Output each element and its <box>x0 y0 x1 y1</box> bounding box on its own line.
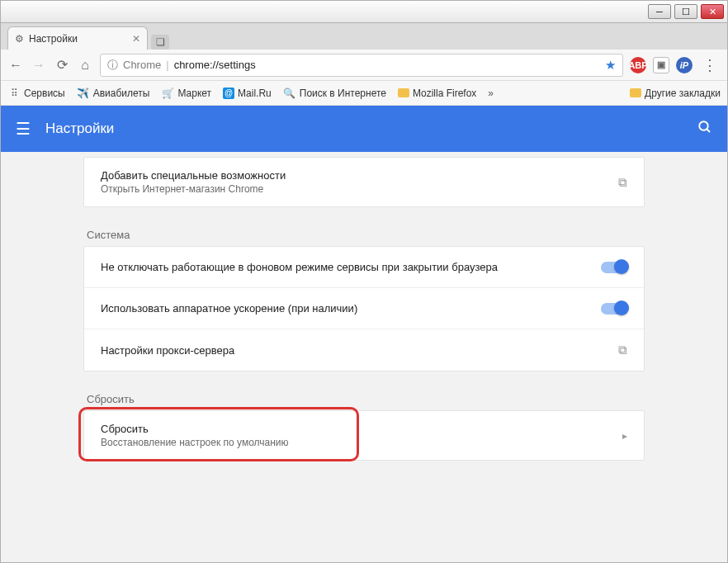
background-apps-row[interactable]: Не отключать работающие в фоновом режиме… <box>84 247 644 288</box>
bookmark-mailru[interactable]: @ Mail.Ru <box>223 88 272 99</box>
toolbar: ← → ⟳ ⌂ ⓘ Chrome | chrome://settings ★ A… <box>1 50 727 81</box>
system-heading: Система <box>87 229 645 241</box>
window-close-button[interactable]: ✕ <box>701 4 724 19</box>
bookmark-star-icon[interactable]: ★ <box>605 58 616 73</box>
svg-point-0 <box>699 121 708 130</box>
menu-icon[interactable]: ☰ <box>16 119 31 139</box>
bookmark-market[interactable]: 🛒 Маркет <box>161 87 211 100</box>
extension-ip-icon[interactable]: iP <box>676 57 693 73</box>
forward-button[interactable]: → <box>31 58 47 73</box>
bookmarks-bar: ⠿ Сервисы ✈️ Авиабилеты 🛒 Маркет @ Mail.… <box>1 81 727 106</box>
system-card: Не отключать работающие в фоновом режиме… <box>83 246 645 371</box>
accessibility-card: Добавить специальные возможности Открыть… <box>83 157 645 207</box>
plane-icon: ✈️ <box>77 87 90 100</box>
folder-icon <box>630 88 641 97</box>
bookmarks-overflow-button[interactable]: » <box>488 88 494 99</box>
apps-icon: ⠿ <box>7 87 21 100</box>
mailru-icon: @ <box>223 88 234 99</box>
hardware-accel-row[interactable]: Использовать аппаратное ускорение (при н… <box>84 288 644 329</box>
search-bookmark-icon: 🔍 <box>283 87 296 100</box>
bookmark-search[interactable]: 🔍 Поиск в Интернете <box>283 87 386 100</box>
new-tab-button[interactable]: ❏ <box>151 35 169 50</box>
tab-settings[interactable]: ⚙ Настройки ✕ <box>7 26 148 50</box>
url-text: chrome://settings <box>174 59 256 71</box>
search-icon[interactable] <box>697 120 712 139</box>
background-apps-toggle[interactable] <box>601 262 627 273</box>
extension-cast-icon[interactable]: ▣ <box>653 57 669 73</box>
accessibility-title: Добавить специальные возможности <box>101 169 618 182</box>
external-link-icon: ⧉ <box>618 175 627 190</box>
window-minimize-button[interactable]: ─ <box>648 4 671 19</box>
accessibility-subtitle: Открыть Интернет-магазин Chrome <box>101 183 618 195</box>
tab-close-icon[interactable]: ✕ <box>132 33 140 45</box>
tab-title: Настройки <box>29 33 78 45</box>
external-link-icon: ⧉ <box>618 343 627 357</box>
background-apps-label: Не отключать работающие в фоновом режиме… <box>101 261 601 273</box>
reset-card: Сбросить Восстановление настроек по умол… <box>83 410 645 461</box>
back-button[interactable]: ← <box>7 58 24 73</box>
address-bar[interactable]: ⓘ Chrome | chrome://settings ★ <box>100 54 623 77</box>
bookmark-services[interactable]: ⠿ Сервисы <box>7 87 65 100</box>
folder-icon <box>398 88 409 97</box>
reset-title: Сбросить <box>101 423 622 435</box>
reload-button[interactable]: ⟳ <box>54 57 70 73</box>
gear-icon: ⚙ <box>15 33 24 45</box>
bookmark-avia[interactable]: ✈️ Авиабилеты <box>77 87 150 100</box>
accessibility-row[interactable]: Добавить специальные возможности Открыть… <box>84 158 644 206</box>
reset-heading: Сбросить <box>87 393 645 405</box>
proxy-row[interactable]: Настройки прокси-сервера ⧉ <box>84 329 644 371</box>
bookmark-mozilla[interactable]: Mozilla Firefox <box>398 88 476 99</box>
window-maximize-button[interactable]: ☐ <box>674 4 697 19</box>
home-button[interactable]: ⌂ <box>77 58 93 73</box>
extension-adblock-icon[interactable]: ABP <box>630 57 646 73</box>
cart-icon: 🛒 <box>161 87 174 100</box>
protocol-label: Chrome <box>123 59 161 71</box>
browser-menu-button[interactable]: ⋮ <box>699 56 721 74</box>
svg-line-1 <box>707 129 710 132</box>
tab-strip: ⚙ Настройки ✕ ❏ <box>1 23 727 50</box>
info-icon: ⓘ <box>107 58 118 73</box>
reset-row[interactable]: Сбросить Восстановление настроек по умол… <box>84 411 644 460</box>
settings-scroll-area[interactable]: Добавить специальные возможности Открыть… <box>1 152 727 562</box>
settings-header: ☰ Настройки <box>1 106 727 152</box>
hardware-accel-label: Использовать аппаратное ускорение (при н… <box>101 302 601 315</box>
page-title: Настройки <box>45 121 114 137</box>
reset-subtitle: Восстановление настроек по умолчанию <box>101 437 622 448</box>
other-bookmarks-button[interactable]: Другие закладки <box>630 88 721 99</box>
hardware-accel-toggle[interactable] <box>601 303 627 315</box>
proxy-label: Настройки прокси-сервера <box>101 344 618 357</box>
chevron-right-icon: ▸ <box>622 430 627 442</box>
